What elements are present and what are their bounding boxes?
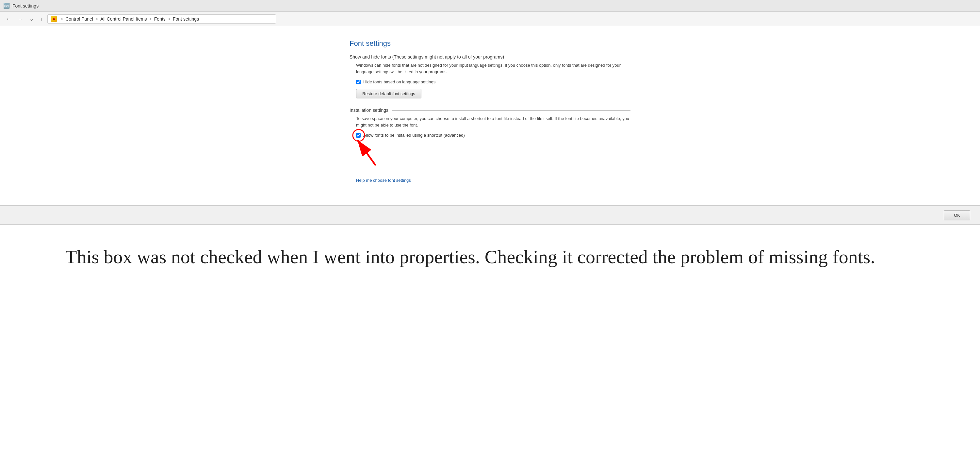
annotation-wrapper: Allow fonts to be installed using a shor… xyxy=(350,133,630,169)
comment-section: This box was not checked when I went int… xyxy=(0,225,980,289)
section1-description: Windows can hide fonts that are not desi… xyxy=(356,62,630,75)
up-button[interactable]: ↑ xyxy=(38,15,45,23)
svg-line-2 xyxy=(357,140,375,166)
path-separator-3: > xyxy=(168,16,170,22)
section-show-hide-fonts: Show and hide fonts (These settings migh… xyxy=(350,54,630,99)
path-separator-0: > xyxy=(60,16,63,22)
bottom-bar: OK xyxy=(0,206,980,224)
content-area: Font settings Show and hide fonts (These… xyxy=(0,26,980,206)
ok-button[interactable]: OK xyxy=(944,210,970,220)
path-all-items[interactable]: All Control Panel Items xyxy=(100,16,147,22)
path-separator-2: > xyxy=(149,16,152,22)
back-button[interactable]: ← xyxy=(4,15,13,23)
settings-panel: Font settings Show and hide fonts (These… xyxy=(350,39,630,205)
forward-button[interactable]: → xyxy=(16,15,25,23)
allow-shortcut-label[interactable]: Allow fonts to be installed using a shor… xyxy=(363,133,465,138)
help-link[interactable]: Help me choose font settings xyxy=(356,178,411,183)
path-control-panel[interactable]: Control Panel xyxy=(65,16,93,22)
font-settings-window: 🔤 Font settings ← → ⌄ ↑ A > Control Pane… xyxy=(0,0,980,225)
path-font-settings: Font settings xyxy=(173,16,199,22)
path-icon: A xyxy=(51,16,57,22)
address-bar: ← → ⌄ ↑ A > Control Panel > All Control … xyxy=(0,12,980,26)
window-title: Font settings xyxy=(13,3,38,8)
section1-header: Show and hide fonts (These settings migh… xyxy=(350,54,630,59)
hide-fonts-checkbox[interactable] xyxy=(356,80,361,85)
svg-point-0 xyxy=(353,129,364,141)
window-icon: 🔤 xyxy=(3,3,10,9)
comment-text: This box was not checked when I went int… xyxy=(65,244,915,270)
path-separator-1: > xyxy=(95,16,98,22)
hide-fonts-label[interactable]: Hide fonts based on language settings xyxy=(363,80,436,85)
section2-header: Installation settings xyxy=(350,108,630,113)
section2-description: To save space on your computer, you can … xyxy=(356,115,630,128)
dropdown-button[interactable]: ⌄ xyxy=(27,14,36,23)
restore-defaults-button[interactable]: Restore default font settings xyxy=(356,89,422,99)
title-bar: 🔤 Font settings xyxy=(0,0,980,12)
path-fonts[interactable]: Fonts xyxy=(154,16,165,22)
hide-fonts-checkbox-row: Hide fonts based on language settings xyxy=(356,80,630,85)
red-circle-annotation xyxy=(352,129,365,142)
panel-title: Font settings xyxy=(350,39,630,48)
address-path: A > Control Panel > All Control Panel It… xyxy=(48,14,276,24)
section-installation: Installation settings To save space on y… xyxy=(350,108,630,183)
